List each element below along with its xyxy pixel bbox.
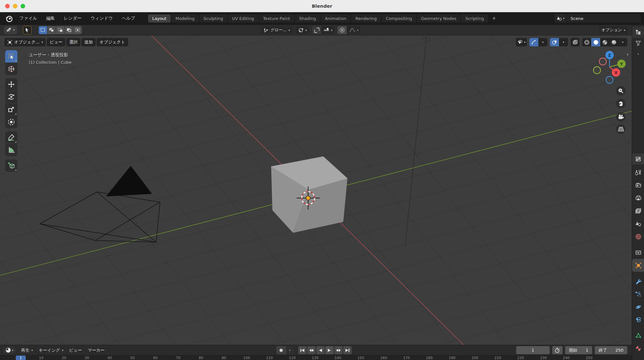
tool-rotate[interactable] [5, 91, 17, 103]
timeline-ruler[interactable]: 1 10203040506070809010011012013014015016… [0, 355, 632, 360]
shading-dropdown[interactable]: ▾ [618, 38, 627, 46]
close-button[interactable] [5, 4, 10, 8]
frame-start-field[interactable]: 開始 1 [565, 346, 592, 354]
menu-help[interactable]: ヘルプ [118, 14, 139, 23]
frame-end-field[interactable]: 終了 250 [595, 346, 627, 354]
workspace-tab-scripting[interactable]: Scripting [461, 14, 488, 23]
transform-orientation-dropdown[interactable]: グロー... ▾ [261, 26, 293, 34]
properties-tab-world[interactable] [632, 230, 644, 243]
current-frame-field[interactable]: 1 [516, 346, 550, 354]
shading-material-button[interactable] [600, 38, 609, 46]
active-tool-dropdown[interactable]: ▾ [4, 26, 17, 34]
viewport-menu-select[interactable]: 選択 [66, 38, 80, 46]
auto-keying-dropdown[interactable]: ▾ [286, 346, 294, 354]
outliner-editor-button[interactable] [632, 27, 644, 38]
properties-tab-render[interactable] [632, 179, 644, 192]
use-preview-range-button[interactable] [552, 346, 563, 354]
select-mode-set[interactable] [39, 26, 47, 34]
xray-toggle[interactable] [571, 38, 580, 46]
properties-tab-modifiers[interactable] [632, 275, 644, 288]
menu-render[interactable]: レンダー [60, 14, 85, 23]
zoom-button[interactable] [21, 4, 25, 8]
tool-move[interactable] [5, 78, 17, 90]
menu-edit[interactable]: 編集 [42, 14, 59, 23]
properties-tab-physics[interactable] [632, 300, 644, 313]
sidebar-collapse-arrow[interactable]: ‹ [627, 52, 629, 57]
properties-tab-collection[interactable] [632, 246, 644, 259]
filter-icon[interactable] [632, 38, 644, 49]
shading-rendered-button[interactable] [609, 38, 618, 46]
workspace-tab-modeling[interactable]: Modeling [171, 14, 199, 23]
shading-wireframe-button[interactable] [582, 38, 591, 46]
properties-tab-constraints[interactable] [632, 313, 644, 326]
auto-keying-toggle[interactable] [276, 346, 286, 354]
workspace-tab-uv-editing[interactable]: UV Editing [228, 14, 258, 23]
viewport-menu-view[interactable]: ビュー [47, 38, 65, 46]
tool-transform[interactable] [5, 116, 17, 128]
properties-editor-button[interactable] [632, 154, 644, 165]
tool-annotate[interactable] [5, 131, 17, 144]
outliner-chevron-icon[interactable]: ▾ [632, 49, 644, 60]
scene-browse-button[interactable]: ▾ [555, 14, 567, 23]
next-keyframe-button[interactable] [334, 346, 343, 354]
workspace-tab-compositing[interactable]: Compositing [382, 14, 416, 23]
properties-tab-output[interactable] [632, 192, 644, 204]
properties-tab-view-layer[interactable] [632, 204, 644, 217]
gizmos-dropdown[interactable]: ▾ [538, 38, 547, 46]
properties-tab-material[interactable] [632, 342, 644, 355]
properties-tab-scene[interactable] [632, 217, 644, 230]
playhead[interactable]: 1 [16, 355, 26, 360]
pivot-point-dropdown[interactable]: ▾ [296, 26, 310, 34]
tool-select-box[interactable] [5, 50, 17, 62]
select-mode-invert[interactable] [65, 26, 73, 34]
properties-tab-object[interactable] [632, 259, 644, 272]
select-mode-extend[interactable] [47, 26, 56, 34]
timeline-menu-keying[interactable]: キーイング▾ [36, 347, 66, 353]
zoom-view-button[interactable] [616, 86, 626, 96]
timeline-menu-playback[interactable]: 再生▾ [18, 347, 36, 353]
workspace-tab-rendering[interactable]: Rendering [351, 14, 381, 23]
workspace-tab-geometry-nodes[interactable]: Geometry Nodes [417, 14, 461, 23]
workspace-tab-animation[interactable]: Animation [321, 14, 350, 23]
previous-keyframe-button[interactable] [307, 346, 316, 354]
timeline-menu-view[interactable]: ビュー [66, 347, 85, 353]
shading-solid-button[interactable] [591, 38, 600, 46]
play-reverse-button[interactable] [316, 346, 325, 354]
snap-toggle[interactable] [312, 26, 321, 34]
tool-cursor[interactable] [5, 63, 17, 75]
snap-with-dropdown[interactable]: ▾ [321, 26, 335, 34]
workspace-tab-layout[interactable]: Layout [148, 14, 171, 23]
properties-tab-tool[interactable] [632, 166, 644, 179]
tool-add-cube[interactable] [5, 159, 17, 172]
jump-to-start-button[interactable] [298, 346, 307, 354]
overlays-dropdown[interactable]: ▾ [559, 38, 568, 46]
orthographic-toggle-button[interactable] [616, 124, 626, 134]
menu-file[interactable]: ファイル [15, 14, 41, 23]
timeline-menu-marker[interactable]: マーカー [85, 347, 108, 353]
mode-dropdown[interactable]: オブジェク... ▾ [5, 38, 46, 46]
play-button[interactable] [325, 346, 334, 354]
navigation-gizmo[interactable]: Z Y X [592, 48, 630, 90]
minimize-button[interactable] [13, 4, 17, 8]
camera-view-button[interactable] [616, 112, 626, 122]
viewport-menu-object[interactable]: オブジェクト [97, 38, 128, 46]
timeline-editor-type-button[interactable]: ▾ [3, 346, 16, 354]
scene-name-field[interactable]: Scene [567, 14, 641, 23]
tool-scale[interactable] [5, 103, 17, 116]
properties-tab-object-data[interactable] [632, 329, 644, 342]
object-visibility-dropdown[interactable]: ▾ [516, 38, 527, 46]
jump-to-end-button[interactable] [343, 346, 352, 354]
gizmos-toggle[interactable] [529, 38, 538, 46]
select-mode-subtract[interactable] [56, 26, 64, 34]
viewport-3d[interactable]: オブジェク... ▾ ビュー選択追加オブジェクト ▾ [0, 35, 632, 345]
overlays-toggle[interactable] [550, 38, 559, 46]
pan-view-button[interactable] [616, 99, 626, 109]
viewport-menu-add[interactable]: 追加 [81, 38, 96, 46]
properties-tab-particles[interactable] [632, 288, 644, 300]
select-mode-intersect[interactable] [73, 26, 82, 34]
workspace-tab-sculpting[interactable]: Sculpting [199, 14, 227, 23]
add-workspace-button[interactable]: + [489, 15, 499, 22]
proportional-edit-toggle[interactable] [337, 26, 347, 34]
active-tool-select-box[interactable] [23, 26, 32, 34]
options-dropdown[interactable]: オプション ▾ [599, 26, 628, 34]
